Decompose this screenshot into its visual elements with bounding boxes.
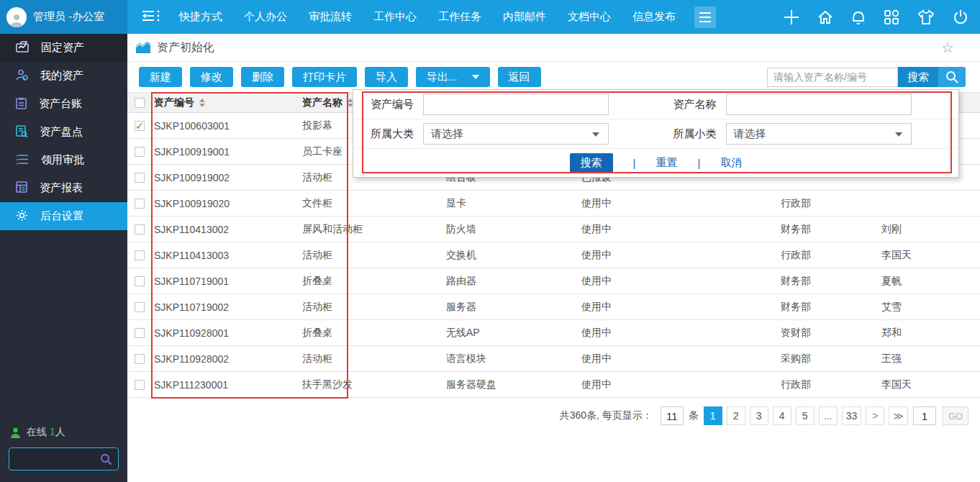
row-checkbox[interactable]: ✓ <box>135 199 145 209</box>
add-icon[interactable] <box>784 9 799 25</box>
quick-search-magnifier-button[interactable] <box>938 67 966 87</box>
filter-name-input[interactable] <box>726 94 912 115</box>
apps-grid-icon[interactable] <box>884 9 899 25</box>
import-button[interactable]: 导入 <box>365 67 408 87</box>
pager-page-button[interactable]: 1 <box>704 406 722 425</box>
sidebar-item-my-assets[interactable]: 我的资产 <box>0 62 127 90</box>
edit-button[interactable]: 修改 <box>190 67 233 87</box>
export-dropdown-button[interactable]: 导出... <box>416 67 490 87</box>
select-all-checkbox[interactable]: ✓ <box>135 98 145 108</box>
filter-reset-button[interactable]: 重置 <box>656 156 678 170</box>
online-label: 在线 <box>27 426 47 437</box>
nav-item-workcenter[interactable]: 工作中心 <box>373 10 417 24</box>
column-header-code[interactable]: 资产编号 <box>152 96 302 109</box>
cell-asset-status: 使用中 <box>568 353 770 365</box>
table-row[interactable]: ✓SJKP110928002活动柜语言模块使用中采购部王强 <box>127 346 980 372</box>
pager-nav-button[interactable]: ≫ <box>889 406 908 425</box>
nav-item-approval[interactable]: 审批流转 <box>309 10 352 24</box>
filter-row-1: 资产编号 资产名称 <box>353 90 958 119</box>
sidebar-item-asset-reports[interactable]: 资产报表 <box>0 174 127 202</box>
sidebar-item-backend-settings[interactable]: 后台设置 <box>0 202 127 230</box>
logout-power-icon[interactable] <box>953 9 968 25</box>
menu-hamburger-icon[interactable] <box>694 6 716 28</box>
table-row[interactable]: ✓SJKP100919020文件柜显卡使用中行政部 <box>127 191 980 217</box>
page-size-input[interactable] <box>661 406 684 425</box>
sidebar-item-asset-ledger[interactable]: 资产台账 <box>0 90 127 118</box>
row-checkbox[interactable]: ✓ <box>135 121 145 131</box>
cell-asset-code: SJKP110928001 <box>152 327 302 339</box>
pager-page-button[interactable]: 2 <box>727 406 745 425</box>
nav-item-personal[interactable]: 个人办公 <box>244 10 287 24</box>
table-row[interactable]: ✓SJKP110928001折叠桌无线AP使用中资财部郑和 <box>127 320 980 346</box>
favorite-star-icon[interactable]: ☆ <box>941 40 954 55</box>
sidebar-item-asset-inventory[interactable]: 资产盘点 <box>0 118 127 146</box>
pager-page-button[interactable]: 33 <box>842 406 862 425</box>
nav-item-tasks[interactable]: 工作任务 <box>438 10 481 24</box>
cell-asset-name: 屏风和活动柜 <box>302 223 430 236</box>
filter-cancel-button[interactable]: 取消 <box>720 156 742 170</box>
delete-button[interactable]: 删除 <box>241 67 284 87</box>
row-checkbox[interactable]: ✓ <box>135 302 145 312</box>
print-card-button[interactable]: 打印卡片 <box>292 67 357 87</box>
table-row[interactable]: ✓SJKP110719001折叠桌路由器使用中财务部夏帆 <box>127 268 980 294</box>
cell-asset-status: 使用中 <box>568 197 770 210</box>
sidebar-item-requisition-approval[interactable]: 领用审批 <box>0 146 127 174</box>
row-checkbox[interactable]: ✓ <box>135 173 145 183</box>
cell-asset-status: 使用中 <box>568 275 770 288</box>
nav-item-docs[interactable]: 文档中心 <box>568 10 611 24</box>
nav-items: 快捷方式 个人办公 审批流转 工作中心 工作任务 内部邮件 文档中心 信息发布 <box>179 10 676 24</box>
home-icon[interactable] <box>817 9 833 25</box>
cell-asset-name: 活动柜 <box>302 353 430 365</box>
nav-item-publish[interactable]: 信息发布 <box>632 10 676 24</box>
notifications-bell-icon[interactable] <box>851 9 866 25</box>
sidebar-footer: 在线 1人 <box>0 426 127 482</box>
pager-nav-button[interactable]: > <box>866 406 884 425</box>
cell-asset-name: 扶手黑沙发 <box>302 378 430 391</box>
filter-name-label: 资产名称 <box>656 98 726 112</box>
quick-search-input[interactable] <box>767 68 898 87</box>
asset-reports-icon <box>16 181 27 195</box>
collapse-sidebar-icon[interactable] <box>142 9 160 25</box>
table-row[interactable]: ✓SJKP110413002屏风和活动柜防火墙使用中财务部刘刚 <box>127 217 980 242</box>
pager-page-button[interactable]: 4 <box>773 406 791 425</box>
cell-asset-code: SJKP110928002 <box>152 353 302 365</box>
quick-search-button[interactable]: 搜索 <box>898 67 938 87</box>
row-checkbox[interactable]: ✓ <box>135 328 145 338</box>
row-checkbox[interactable]: ✓ <box>135 354 145 364</box>
row-checkbox[interactable]: ✓ <box>135 147 145 157</box>
sidebar-item-fixed-assets[interactable]: 固定资产 <box>0 34 127 62</box>
table-row[interactable]: ✓SJKP110719002活动柜服务器使用中财务部艾雪 <box>127 294 980 320</box>
sidebar-search-input[interactable] <box>9 447 119 470</box>
back-button[interactable]: 返回 <box>498 67 541 87</box>
table-row[interactable]: ✓SJKP111230001扶手黑沙发服务器硬盘使用中行政部李国天 <box>127 372 980 398</box>
sort-icon[interactable] <box>199 99 205 107</box>
page-jump-input[interactable] <box>913 406 936 425</box>
row-checkbox[interactable]: ✓ <box>135 380 145 390</box>
pager-page-button[interactable]: 3 <box>750 406 768 425</box>
filter-search-button[interactable]: 搜索 <box>570 153 613 173</box>
pager-page-button[interactable]: 5 <box>796 406 815 425</box>
row-checkbox[interactable]: ✓ <box>135 276 145 286</box>
current-user-label: 管理员 -办公室 <box>33 10 104 24</box>
cell-asset-item: 服务器 <box>430 301 568 314</box>
row-checkbox[interactable]: ✓ <box>135 224 145 235</box>
cell-asset-code: SJKP100919001 <box>152 146 302 158</box>
filter-category-select[interactable]: 请选择 <box>423 123 609 145</box>
table-row[interactable]: ✓SJKP110413003活动柜交换机使用中行政部李国天 <box>127 242 980 268</box>
new-button[interactable]: 新建 <box>139 67 182 87</box>
page-buttons: 12345...33>≫ <box>704 406 908 425</box>
select-value: 请选择 <box>734 127 766 141</box>
user-area[interactable]: 管理员 -办公室 <box>0 0 127 34</box>
pager-nav-button[interactable]: ... <box>819 406 838 425</box>
filter-code-input[interactable] <box>423 94 609 115</box>
nav-item-mail[interactable]: 内部邮件 <box>503 10 546 24</box>
theme-shirt-icon[interactable] <box>917 9 935 25</box>
row-checkbox[interactable]: ✓ <box>135 250 145 260</box>
sidebar-item-label: 领用审批 <box>41 153 84 167</box>
nav-item-shortcuts[interactable]: 快捷方式 <box>179 10 222 24</box>
sidebar-search-icon[interactable] <box>100 453 112 465</box>
cell-asset-code: SJKP111230001 <box>152 379 302 391</box>
page-go-button[interactable]: GO <box>943 406 968 425</box>
filter-code-label: 资产编号 <box>353 98 423 112</box>
filter-subcategory-select[interactable]: 请选择 <box>726 123 912 145</box>
